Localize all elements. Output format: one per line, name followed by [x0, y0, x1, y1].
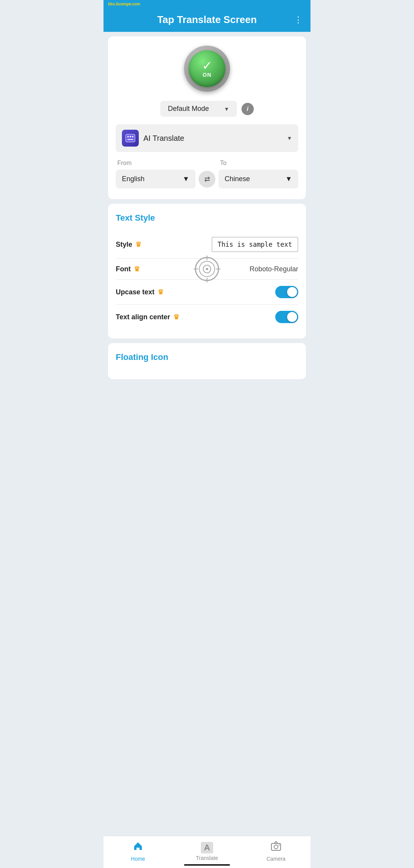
header-menu-icon[interactable]: ⋮ — [294, 15, 303, 25]
info-icon-label: i — [247, 106, 248, 112]
svg-point-8 — [206, 268, 208, 270]
text-style-title: Text Style — [116, 213, 298, 223]
swap-languages-button[interactable]: ⇄ — [199, 171, 215, 188]
svg-point-6 — [199, 261, 215, 277]
svg-rect-0 — [126, 134, 135, 142]
main-card: ✓ ON Default Mode ▼ i — [108, 36, 306, 199]
upcase-toggle[interactable] — [275, 286, 298, 298]
from-language-dropdown[interactable]: English ▼ — [116, 170, 196, 188]
font-label: Font ♛ — [116, 265, 140, 273]
mode-dropdown[interactable]: Default Mode ▼ — [160, 101, 237, 117]
from-dropdown-arrow-icon: ▼ — [182, 175, 189, 183]
text-style-card: Text Style Style ♛ This is sample text F… — [108, 204, 306, 338]
language-section: From To English ▼ ⇄ Chinese ▼ — [116, 160, 298, 188]
from-label: From — [116, 160, 196, 167]
ai-translate-dropdown[interactable]: AI Translate ▼ — [116, 124, 298, 152]
to-label: To — [219, 160, 298, 167]
to-language-dropdown[interactable]: Chinese ▼ — [219, 170, 298, 188]
font-value[interactable]: Roboto-Regular — [250, 265, 298, 273]
app-header: Tap Translate Screen ⋮ — [104, 8, 310, 32]
font-setting-row: Font ♛ Roboto-Regular — [116, 259, 298, 280]
to-language-value: Chinese — [225, 175, 250, 183]
checkmark-icon: ✓ — [202, 59, 212, 72]
ai-translate-label: AI Translate — [143, 134, 282, 143]
status-bar-text: bbs.liuxingw.com — [108, 2, 140, 6]
upcase-text-row: Upcase text ♛ — [116, 280, 298, 305]
upcase-crown-icon: ♛ — [158, 288, 164, 296]
floating-icon-card: Floating Icon — [108, 343, 306, 379]
style-crown-icon: ♛ — [135, 240, 141, 249]
power-toggle-button[interactable]: ✓ ON — [189, 50, 225, 87]
lang-row: English ▼ ⇄ Chinese ▼ — [116, 170, 298, 188]
info-button[interactable]: i — [242, 103, 254, 115]
page-title: Tap Translate Screen — [157, 14, 257, 26]
style-label: Style ♛ — [116, 240, 141, 249]
svg-point-3 — [132, 136, 133, 137]
align-crown-icon: ♛ — [173, 313, 179, 321]
upcase-label: Upcase text ♛ — [116, 288, 164, 296]
toggle-container: ✓ ON — [116, 46, 298, 92]
style-setting-row: Style ♛ This is sample text — [116, 231, 298, 259]
svg-point-5 — [196, 257, 219, 281]
ai-dropdown-arrow-icon: ▼ — [287, 135, 292, 141]
from-language-value: English — [122, 175, 145, 183]
mode-dropdown-label: Default Mode — [168, 105, 209, 113]
text-align-row: Text align center ♛ — [116, 305, 298, 329]
toggle-outer: ✓ ON — [184, 46, 230, 92]
align-toggle[interactable] — [275, 311, 298, 323]
to-dropdown-arrow-icon: ▼ — [285, 175, 292, 183]
crosshair-icon — [194, 256, 220, 282]
svg-point-2 — [130, 136, 131, 137]
swap-icon: ⇄ — [204, 175, 210, 183]
floating-icon-title: Floating Icon — [116, 352, 298, 362]
mode-row: Default Mode ▼ i — [116, 101, 298, 117]
svg-point-1 — [127, 136, 129, 137]
svg-point-7 — [203, 265, 211, 273]
status-bar: bbs.liuxingw.com — [104, 0, 310, 8]
mode-dropdown-arrow-icon: ▼ — [224, 106, 229, 112]
lang-labels-row: From To — [116, 160, 298, 167]
text-align-label: Text align center ♛ — [116, 313, 179, 321]
toggle-state-label: ON — [203, 72, 212, 78]
svg-rect-4 — [127, 139, 133, 140]
ai-icon — [122, 130, 139, 147]
font-crown-icon: ♛ — [134, 265, 140, 273]
sample-text-display[interactable]: This is sample text — [212, 237, 298, 252]
